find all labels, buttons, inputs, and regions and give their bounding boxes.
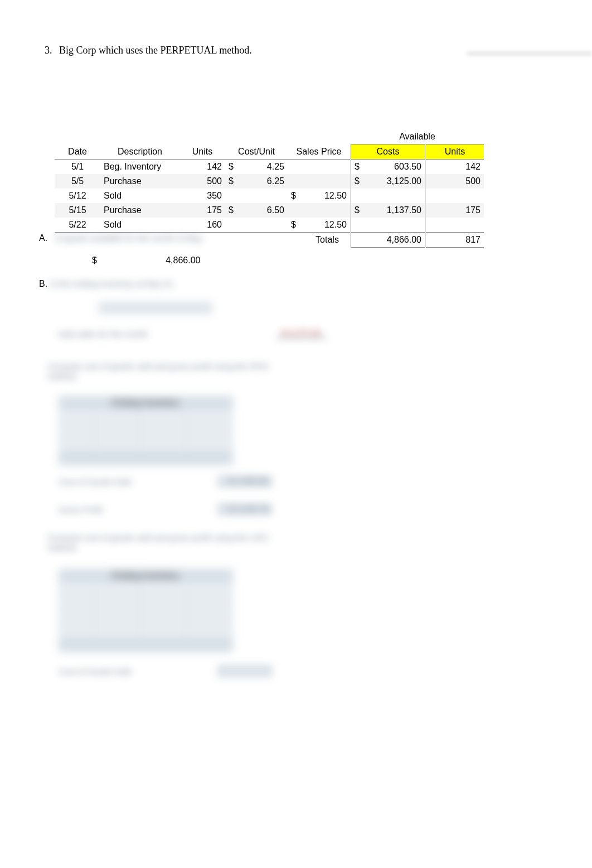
table-row: 5/5 Purchase 500 $ 6.25 $ 3,125.00 500 (55, 174, 484, 189)
blurred-cogs-c-value: $ 2,300.00 (217, 475, 272, 488)
hdr-desc: Description (100, 144, 179, 160)
blurred-gp-c-label: Gross Profit (59, 505, 103, 514)
inventory-table-wrap: Available Date Description Units Cost/Un… (55, 129, 484, 248)
table-row: 5/15 Purchase 175 $ 6.50 $ 1,137.50 175 (55, 203, 484, 218)
table-row: 5/12 Sold 350 $ 12.50 (55, 189, 484, 203)
inventory-table: Available Date Description Units Cost/Un… (55, 129, 484, 248)
totals-units: 817 (433, 233, 484, 248)
hdr-date: Date (55, 144, 100, 160)
hdr-cost-unit: Cost/Unit (225, 144, 288, 160)
blurred-cogs-c-label: Cost of Goods Sold (59, 477, 131, 486)
blurred-gp-c-value: $ 3,100.75 (217, 503, 272, 515)
blurred-sales-value: $ 6,375.00 (276, 328, 327, 339)
totals-costs: 4,866.00 (368, 233, 425, 248)
blurred-cogs-d-label: Cost of Goods Sold (59, 667, 131, 676)
totals-label: Totals (304, 233, 351, 248)
part-a-label: A. (39, 233, 53, 243)
hdr-units: Units (179, 144, 225, 160)
table-row: 5/22 Sold 160 $ 12.50 (55, 218, 484, 233)
blurred-table-c: Ending Inventory (59, 396, 233, 465)
part-b: B. in the ending inventory at May 31. (39, 279, 176, 289)
question-text: Big Corp which uses the PERPETUAL method… (59, 45, 252, 56)
hdr-sales-price: Sales Price (288, 144, 351, 160)
part-a-blurred-text: of goods available for the month of May. (55, 233, 203, 243)
question-line: 3. Big Corp which uses the PERPETUAL met… (45, 45, 252, 56)
part-a: A. of goods available for the month of M… (39, 233, 203, 243)
blurred-part-c-text: Compute cost of goods sold and gross pro… (47, 361, 270, 382)
available-header: Available (351, 129, 484, 144)
header-row: Date Description Units Cost/Unit Sales P… (55, 144, 484, 160)
part-b-blurred-text: in the ending inventory at May 31. (50, 279, 176, 288)
question-number: 3. (45, 45, 52, 56)
part-a-currency: $ (92, 255, 109, 266)
blurred-part-d-text: Compute cost of goods sold and gross pro… (47, 533, 270, 553)
part-b-label: B. (39, 279, 47, 288)
hdr-available-units: Units (425, 144, 484, 160)
part-a-value: 4,866.00 (111, 255, 200, 266)
super-header-row: Available (55, 129, 484, 144)
hdr-costs: Costs (351, 144, 425, 160)
blurred-table-d: Ending Inventory (59, 569, 233, 652)
part-a-value-row: $ 4,866.00 (92, 255, 200, 266)
blurred-box (99, 302, 212, 314)
blurred-sales-label: total sales for the month (59, 329, 148, 339)
decorative-top-bar (467, 51, 592, 56)
table-row: 5/1 Beg. Inventory 142 $ 4.25 $ 603.50 1… (55, 160, 484, 175)
blurred-cogs-d-value (217, 665, 272, 677)
